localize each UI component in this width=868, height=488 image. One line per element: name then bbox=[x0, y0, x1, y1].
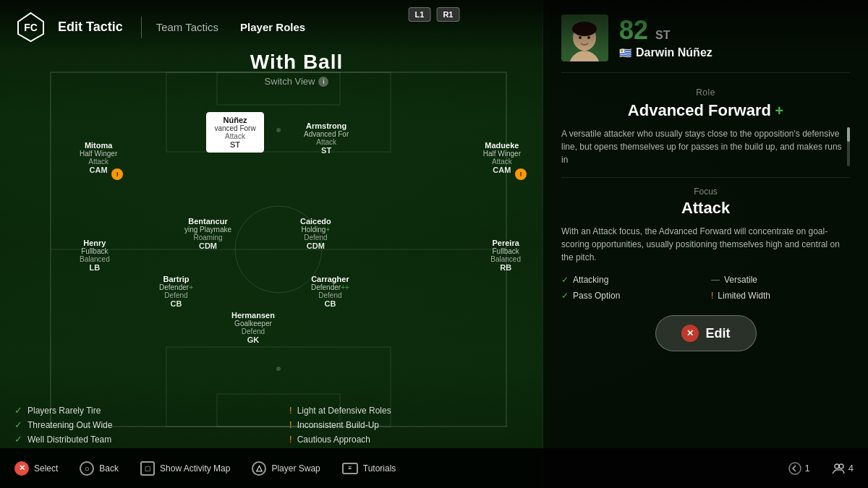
player-focus-caicedo: Defend bbox=[300, 234, 331, 241]
player-focus-mitoma: Attack bbox=[80, 158, 117, 166]
player-card-caicedo[interactable]: Caicedo Holding+ Defend CDM bbox=[300, 217, 331, 250]
edit-button[interactable]: ✕ Edit bbox=[655, 315, 757, 351]
note-warning-3: ! Cautious Approach bbox=[289, 434, 535, 445]
player-pos-henry: LB bbox=[80, 263, 110, 272]
back-label: Back bbox=[99, 463, 119, 474]
warn-icon-width: ! bbox=[711, 291, 713, 301]
player-pos-caicedo: CDM bbox=[300, 241, 331, 250]
player-name-hermansen: Hermansen bbox=[231, 311, 275, 320]
role-description: A versatile attacker who usually stays c… bbox=[561, 127, 850, 166]
player-card-nunez[interactable]: Núñez vanced Forw Attack ST bbox=[206, 112, 264, 153]
player-card-inner-nunez: Núñez vanced Forw Attack ST bbox=[206, 112, 264, 153]
triangle-icon: △ bbox=[252, 461, 266, 476]
player-name-bartrip: Bartrip bbox=[159, 275, 193, 283]
player-name-mitoma: Mitoma bbox=[80, 141, 117, 150]
player-pos-armstrong: ST bbox=[304, 146, 349, 155]
scroll-thumb bbox=[847, 127, 850, 142]
player-card-bartrip[interactable]: Bartrip Defender+ Defend CB bbox=[159, 275, 193, 308]
note-warning-1: ! Light at Defensive Roles bbox=[289, 405, 535, 416]
page-left-icon bbox=[788, 462, 801, 475]
select-button[interactable]: ✕ Select bbox=[14, 461, 58, 476]
scroll-indicator bbox=[847, 127, 850, 166]
select-label: Select bbox=[34, 463, 58, 474]
player-card-mitoma[interactable]: Mitoma Half Winger Attack CAM ! bbox=[80, 141, 117, 174]
player-name-pereira: Pereira bbox=[490, 239, 521, 247]
player-pos-bartrip: CB bbox=[159, 299, 193, 308]
r1-button[interactable]: R1 bbox=[436, 7, 459, 22]
svg-point-8 bbox=[276, 367, 281, 371]
player-role-madueke: Half Winger bbox=[483, 150, 521, 158]
player-card-armstrong[interactable]: Armstrong Advanced For Attack ST bbox=[304, 121, 349, 155]
nav-player-roles[interactable]: Player Roles bbox=[240, 21, 305, 33]
right-panel: 82 ST 🇺🇾 Darwin Núñez Role Advanced Forw… bbox=[542, 0, 868, 488]
check-icon-pass: ✓ bbox=[561, 291, 569, 301]
role-section-label: Role bbox=[561, 87, 850, 98]
bottom-bar: ✕ Select ○ Back □ Show Activity Map △ Pl… bbox=[0, 448, 868, 488]
player-name-madueke: Madueke bbox=[483, 141, 521, 150]
player-card-henry[interactable]: Henry Fullback Balanced LB bbox=[80, 239, 110, 272]
focus-name: Attack bbox=[561, 199, 850, 218]
main-title-area: With Ball Switch View i bbox=[72, 51, 521, 87]
player-focus-madueke: Attack bbox=[483, 158, 521, 166]
role-plus: + bbox=[771, 103, 783, 119]
player-focus-armstrong: Attack bbox=[304, 138, 349, 146]
header-title: Edit Tactic bbox=[58, 20, 123, 35]
controller-buttons: L1 R1 bbox=[409, 7, 460, 22]
player-card-madueke[interactable]: Madueke Half Winger Attack CAM ! bbox=[483, 141, 521, 174]
player-focus-nunez: Attack bbox=[213, 132, 258, 140]
player-role-bentancur: ying Playmake bbox=[184, 226, 231, 234]
back-button[interactable]: ○ Back bbox=[80, 461, 119, 476]
player-name-armstrong: Armstrong bbox=[304, 121, 349, 130]
player-name-bentancur: Bentancur bbox=[184, 217, 231, 226]
trait-pass-option: ✓ Pass Option bbox=[561, 291, 700, 301]
warn-icon-2: ! bbox=[289, 419, 292, 430]
info-icon: i bbox=[318, 77, 328, 87]
trait-attacking: ✓ Attacking bbox=[561, 275, 700, 285]
dash-icon-versatile: — bbox=[711, 275, 720, 285]
player-focus-bartrip: Defend bbox=[159, 291, 193, 299]
svg-point-19 bbox=[839, 464, 843, 468]
player-role-nunez: vanced Forw bbox=[213, 124, 258, 132]
svg-point-18 bbox=[835, 464, 839, 468]
player-pos-carragher: CB bbox=[311, 299, 349, 308]
player-card-bentancur[interactable]: Bentancur ying Playmake Roaming CDM bbox=[184, 217, 231, 250]
focus-description: With an Attack focus, the Advanced Forwa… bbox=[561, 225, 850, 264]
app-logo: FC bbox=[14, 11, 47, 43]
player-focus-pereira: Balanced bbox=[490, 255, 521, 263]
player-role-carragher: Defender++ bbox=[311, 283, 349, 291]
switch-view[interactable]: Switch View i bbox=[72, 76, 521, 87]
player-pos-hermansen: GK bbox=[231, 335, 275, 344]
tutorials-button[interactable]: ≡ Tutorials bbox=[342, 463, 396, 474]
activity-map-button[interactable]: □ Show Activity Map bbox=[140, 461, 230, 476]
player-pos-bentancur: CDM bbox=[184, 241, 231, 250]
player-card-hermansen[interactable]: Hermansen Goalkeeper Defend GK bbox=[231, 311, 275, 344]
tactic-notes: ✓ Players Rarely Tire ! Light at Defensi… bbox=[14, 405, 535, 445]
warn-icon-1: ! bbox=[289, 405, 292, 416]
player-swap-label: Player Swap bbox=[271, 463, 320, 474]
nav-team-tactics[interactable]: Team Tactics bbox=[156, 21, 218, 33]
warn-icon-3: ! bbox=[289, 434, 292, 445]
players-icon bbox=[832, 462, 845, 475]
svg-point-17 bbox=[789, 463, 801, 474]
pitch-lines bbox=[43, 65, 514, 434]
x-icon: ✕ bbox=[14, 461, 29, 476]
player-pos-nunez: ST bbox=[213, 140, 258, 149]
role-title: Advanced Forward + bbox=[561, 101, 850, 120]
trait-versatile: — Versatile bbox=[711, 275, 850, 285]
player-card-pereira[interactable]: Pereira Fullback Balanced RB bbox=[490, 239, 521, 272]
player-swap-button[interactable]: △ Player Swap bbox=[252, 461, 320, 476]
player-card-carragher[interactable]: Carragher Defender++ Defend CB bbox=[311, 275, 349, 308]
player-name-henry: Henry bbox=[80, 239, 110, 247]
note-positive-3: ✓ Well Distributed Team bbox=[14, 434, 260, 445]
circle-icon: ○ bbox=[80, 461, 94, 476]
player-focus-hermansen: Defend bbox=[231, 328, 275, 335]
nav-links: Team Tactics Player Roles bbox=[156, 21, 305, 33]
player-focus-carragher: Defend bbox=[311, 291, 349, 299]
edit-button-label: Edit bbox=[706, 326, 731, 341]
nav-divider bbox=[141, 17, 142, 38]
count-indicator: 4 bbox=[832, 462, 854, 475]
focus-section-label: Focus bbox=[561, 187, 850, 197]
l1-button[interactable]: L1 bbox=[409, 7, 431, 22]
tutorials-label: Tutorials bbox=[363, 463, 396, 474]
player-role-pereira: Fullback bbox=[490, 247, 521, 255]
